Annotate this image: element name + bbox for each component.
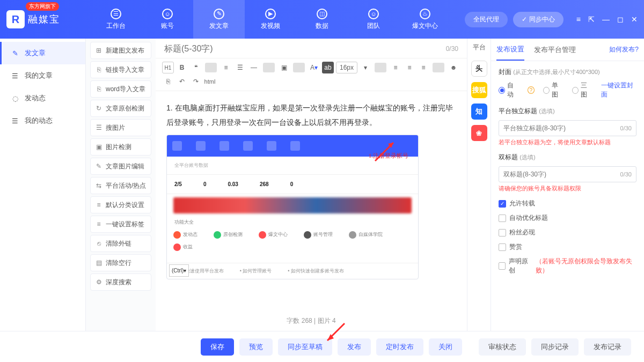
undo-icon[interactable]: ↶ bbox=[176, 76, 188, 87]
platform-icon-3[interactable]: ❀ bbox=[471, 125, 487, 141]
side2-item-6[interactable]: ✎文章图片编辑 bbox=[90, 158, 151, 175]
nav-0[interactable]: ☰工作台 bbox=[90, 0, 142, 39]
allow-repost-check[interactable]: ✓允许转载 bbox=[499, 199, 636, 208]
minimize-icon[interactable]: ― bbox=[602, 15, 610, 24]
save-button[interactable]: 保存 bbox=[201, 338, 234, 356]
maximize-icon[interactable]: ◻ bbox=[617, 15, 624, 24]
original-check[interactable]: 声明原创（若账号无原创权限会导致发布失败） bbox=[499, 257, 636, 275]
cover-triple-radio[interactable]: 三图 bbox=[572, 81, 592, 99]
ordered-list-icon[interactable]: ≡ bbox=[220, 62, 232, 73]
side1-item-1[interactable]: ☰我的文章 bbox=[0, 64, 85, 87]
editor-stats: 字数 268 | 图片 4 bbox=[156, 311, 467, 331]
side2-item-2[interactable]: ⎘word导入文章 bbox=[90, 80, 151, 98]
bg-color-icon[interactable]: ab bbox=[322, 62, 334, 73]
tab-platform-mgmt[interactable]: 发布平台管理 bbox=[534, 39, 576, 61]
close-button[interactable]: 关闭 bbox=[429, 338, 462, 356]
side1-item-0[interactable]: ✎发文章 bbox=[0, 42, 85, 64]
reward-check[interactable]: 赞赏 bbox=[499, 242, 636, 252]
quote-icon[interactable]: ❝ bbox=[190, 62, 202, 73]
menu-icon[interactable]: ≡ bbox=[576, 15, 581, 24]
cover-batch-link[interactable]: 一键设置封面 bbox=[601, 81, 636, 99]
platform-icon-0[interactable]: 头 bbox=[471, 61, 487, 77]
image-icon[interactable]: ▣ bbox=[278, 62, 290, 73]
auto-optimize-check[interactable]: 自动优化标题 bbox=[499, 213, 636, 223]
sync-draft-button[interactable]: 同步至草稿 bbox=[278, 338, 332, 356]
external-icon[interactable]: ⇱ bbox=[588, 15, 595, 24]
nav-1[interactable]: ☺账号 bbox=[142, 0, 193, 39]
embedded-screenshot: 1.注册登录帐号 全平台账号数据 2/5 0 0.03 268 0 功能大全 发… bbox=[166, 135, 419, 279]
side2-item-1[interactable]: ⎘链接导入文章 bbox=[90, 61, 151, 78]
side1-item-2[interactable]: ◌发动态 bbox=[0, 87, 85, 109]
side2-item-9[interactable]: ≡一键设置标签 bbox=[90, 216, 151, 233]
platform-label: 平台 bbox=[473, 43, 486, 55]
side2-item-0[interactable]: ⊞新建图文发布 bbox=[90, 42, 151, 59]
platform-icon-1[interactable]: 搜狐 bbox=[471, 82, 487, 98]
redo-icon[interactable]: ↷ bbox=[190, 76, 202, 87]
help-icon[interactable]: ? bbox=[528, 86, 535, 94]
schedule-button[interactable]: 定时发布 bbox=[376, 338, 423, 356]
font-size-select[interactable]: 16px bbox=[336, 62, 357, 73]
side2-item-12[interactable]: ⚙深度搜索 bbox=[90, 274, 151, 291]
brand-badge: 东方网旗下 bbox=[26, 2, 59, 11]
close-icon[interactable]: ✕ bbox=[631, 15, 638, 24]
help-link[interactable]: 如何发布? bbox=[609, 39, 639, 61]
font-color-icon[interactable]: A▾ bbox=[308, 62, 320, 73]
agent-button[interactable]: 全民代理 bbox=[465, 12, 508, 27]
editor-paragraph[interactable]: 1. 在电脑桌面打开融媒宝应用，如果是第一次登录先注册一个融媒宝的账号，注册完毕… bbox=[166, 101, 456, 129]
side2-item-7[interactable]: ⇆平台活动/热点 bbox=[90, 177, 151, 194]
align-right-icon[interactable]: ≡ bbox=[418, 62, 429, 73]
cover-single-radio[interactable]: 单图 bbox=[543, 81, 564, 99]
nav-4[interactable]: ◫数据 bbox=[296, 0, 348, 39]
side2-item-8[interactable]: ≡默认分类设置 bbox=[90, 196, 151, 213]
tab-publish-settings[interactable]: 发布设置 bbox=[496, 39, 524, 61]
app-name: 融媒宝 bbox=[28, 13, 60, 26]
align-left-icon[interactable]: ≡ bbox=[390, 62, 401, 73]
publish-button[interactable]: 发布 bbox=[338, 338, 371, 356]
nav-3[interactable]: ▶发视频 bbox=[245, 0, 296, 39]
side2-item-11[interactable]: ▤清除空行 bbox=[90, 254, 151, 271]
bold-icon[interactable]: B bbox=[176, 62, 188, 73]
nav-2[interactable]: ✎发文章 bbox=[193, 0, 245, 39]
side1-item-3[interactable]: ☰我的动态 bbox=[0, 109, 85, 132]
emoji-icon[interactable]: ☻ bbox=[448, 62, 459, 73]
audit-status-button[interactable]: 审核状态 bbox=[479, 338, 526, 356]
publish-record-button[interactable]: 发布记录 bbox=[584, 338, 631, 356]
platform-icon-2[interactable]: 知 bbox=[471, 104, 487, 120]
side2-item-3[interactable]: ↻文章原创检测 bbox=[90, 100, 151, 117]
title-input[interactable] bbox=[164, 44, 446, 54]
sync-center-button[interactable]: ✓ 同步中心 bbox=[513, 12, 563, 27]
align-center-icon[interactable]: ≡ bbox=[404, 62, 415, 73]
preview-button[interactable]: 预览 bbox=[239, 338, 273, 356]
nav-5[interactable]: ☺团队 bbox=[348, 0, 399, 39]
platform-title-input[interactable] bbox=[503, 124, 620, 132]
side2-item-10[interactable]: ⎋清除外链 bbox=[90, 235, 151, 252]
side2-item-5[interactable]: ▣图片检测 bbox=[90, 138, 151, 156]
dual-title-input[interactable] bbox=[503, 171, 620, 178]
sync-record-button[interactable]: 同步记录 bbox=[531, 338, 579, 356]
app-logo-icon: R bbox=[6, 10, 25, 28]
heading-icon[interactable]: H1 bbox=[162, 62, 174, 73]
cover-auto-radio[interactable]: 自动 bbox=[499, 81, 519, 99]
link-icon[interactable]: ⎘ bbox=[162, 76, 174, 87]
hr-icon[interactable]: — bbox=[248, 62, 260, 73]
unordered-list-icon[interactable]: ☰ bbox=[234, 62, 246, 73]
side2-item-4[interactable]: ☰搜图片 bbox=[90, 119, 151, 136]
title-count: 0/30 bbox=[446, 45, 458, 53]
html-button[interactable]: html bbox=[204, 76, 216, 87]
nav-6[interactable]: ♨爆文中心 bbox=[399, 0, 451, 39]
fans-visible-check[interactable]: 粉丝必现 bbox=[499, 228, 636, 237]
